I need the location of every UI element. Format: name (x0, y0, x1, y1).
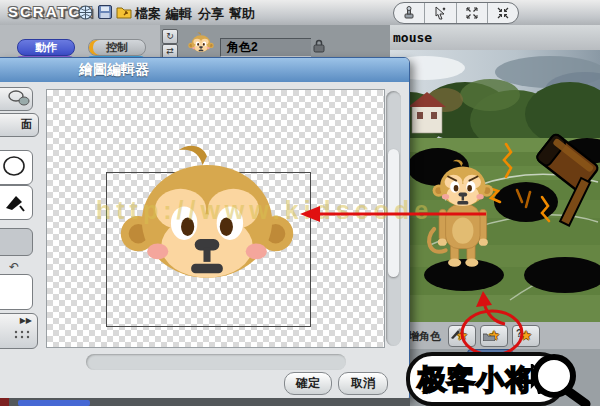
grow-sprite-icon[interactable] (457, 3, 488, 23)
menu-file[interactable]: 檔案 (135, 5, 161, 23)
partial-tool-button[interactable] (0, 87, 33, 111)
dialog-title-text: 繪圖編輯器 (79, 61, 149, 79)
rotate-style-icon[interactable]: ↻ (162, 29, 178, 44)
share-icon[interactable] (116, 4, 132, 20)
paint-editor-dialog: 繪圖編輯器 面 ↶ ▶▶ 確定 (0, 57, 410, 400)
zoom-control-button[interactable]: ▶▶ (0, 313, 38, 349)
sprite-toolbar (393, 2, 519, 24)
sprite-detail-header: ↻ ⇄ 角色2 (160, 25, 390, 60)
hole (424, 259, 504, 291)
stage-header: mouse (390, 25, 600, 51)
cancel-button[interactable]: 取消 (338, 372, 388, 395)
magnifier-icon (524, 350, 596, 406)
stage-view[interactable] (390, 50, 600, 323)
stage-title: mouse (393, 30, 432, 45)
paint-new-sprite-button[interactable]: ★ (448, 325, 476, 347)
paintbrush-icon (450, 327, 462, 339)
lock-icon[interactable] (313, 39, 325, 53)
sprite-name-input[interactable]: 角色2 (220, 38, 311, 57)
new-sprite-bar: 增角色 ★ ★ ★ ? (390, 322, 600, 350)
import-sprite-button[interactable]: ★ (480, 325, 508, 347)
question-mark: ? (516, 328, 522, 339)
menu-bar: SCRATCH 檔案 編輯 分享 幫助 (0, 0, 600, 26)
sprite-thumbnail-small (188, 30, 214, 56)
folder-icon (483, 332, 495, 341)
undo-icon[interactable]: ↶ (9, 260, 19, 274)
partial-import-button[interactable]: 面 (0, 113, 39, 137)
duplicate-stamp-icon[interactable] (394, 3, 425, 23)
palette-bottom-strip (0, 398, 410, 406)
delete-cursor-icon[interactable] (425, 3, 456, 23)
partial-motion-block[interactable] (18, 400, 90, 406)
color-box-white[interactable] (0, 274, 33, 310)
fill-tool-button[interactable] (0, 185, 33, 220)
category-motion[interactable]: 動作 (17, 39, 75, 56)
new-sprite-label: 增角色 (408, 329, 441, 344)
dialog-title-bar[interactable]: 繪圖編輯器 (0, 58, 409, 82)
scratch-window: SCRATCH 檔案 編輯 分享 幫助 (0, 0, 600, 406)
shrink-sprite-icon[interactable] (488, 3, 518, 23)
brand-text: 极客小将 (418, 361, 534, 399)
ellipse-tool-button[interactable] (0, 150, 33, 185)
ok-button[interactable]: 確定 (284, 372, 332, 395)
horizontal-scrollbar[interactable] (86, 354, 346, 370)
save-disk-icon[interactable] (98, 5, 112, 19)
menu-edit[interactable]: 編輯 (166, 5, 192, 23)
current-color-swatch[interactable] (0, 228, 33, 256)
menu-share[interactable]: 分享 (198, 5, 224, 23)
menu-help[interactable]: 幫助 (229, 5, 255, 23)
surprise-sprite-button[interactable]: ★ ? (512, 325, 540, 347)
watermark-url: http://www.kidscode (96, 196, 433, 225)
category-control[interactable]: 控制 (88, 39, 146, 56)
palette-edge (0, 398, 9, 406)
language-globe-icon[interactable] (78, 5, 93, 20)
